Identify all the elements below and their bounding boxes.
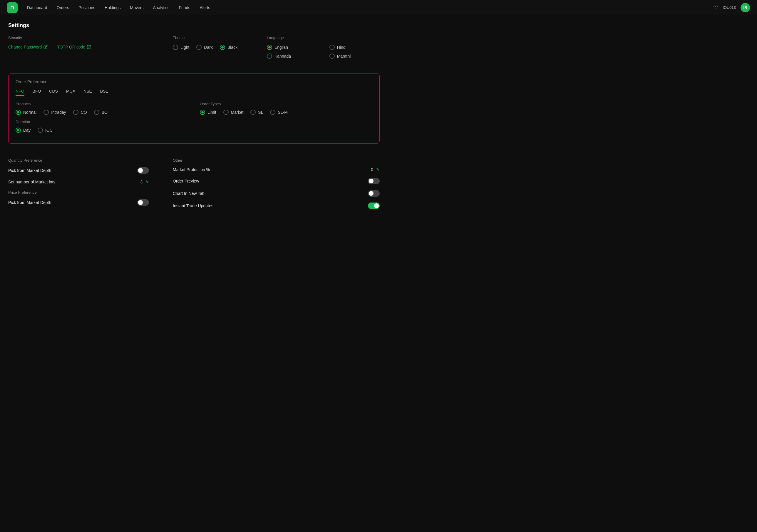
duration-radio-row: Day IOC	[15, 128, 188, 133]
svg-rect-1	[88, 46, 88, 47]
lang-option-english[interactable]: English	[267, 45, 320, 50]
duration-day[interactable]: Day	[15, 128, 31, 133]
product-radio-bo	[94, 110, 99, 115]
tab-nse[interactable]: NSE	[83, 89, 92, 96]
market-protection-edit-icon[interactable]: ✎	[376, 167, 380, 172]
top-section: Security Change Password TOTP QR code Th…	[8, 36, 380, 66]
ordertype-slm[interactable]: SL-M	[270, 110, 288, 115]
nav-divider	[706, 4, 706, 12]
order-tabs-row: NFO BFO CDS MCX NSE BSE	[15, 89, 372, 96]
price-pick-market-depth-value	[137, 199, 149, 206]
set-market-lots-value: 3 ✎	[140, 179, 149, 184]
tab-nfo[interactable]: NFO	[15, 89, 24, 96]
nav-movers[interactable]: Movers	[130, 5, 144, 10]
products-col: Products Normal Intraday CO	[15, 102, 188, 138]
nav-orders[interactable]: Orders	[57, 5, 69, 10]
chart-new-tab-value	[368, 190, 380, 197]
nav-user-id: IOU013	[723, 5, 736, 10]
theme-option-black[interactable]: Black	[220, 45, 237, 50]
pick-market-depth-value	[137, 167, 149, 174]
duration-radio-ioc	[38, 128, 43, 133]
nav-analytics[interactable]: Analytics	[153, 5, 169, 10]
page-title: Settings	[8, 22, 380, 28]
lang-option-kannada[interactable]: Kannada	[267, 53, 320, 59]
pick-market-depth-label: Pick from Market Depth	[8, 168, 51, 173]
market-protection-row: Market Protection % 0 ✎	[173, 167, 380, 172]
product-intraday[interactable]: Intraday	[44, 110, 66, 115]
svg-rect-3	[88, 47, 88, 48]
price-preference-section: Price Preference Pick from Market Depth	[8, 190, 149, 206]
product-normal[interactable]: Normal	[15, 110, 37, 115]
nav-positions[interactable]: Positions	[78, 5, 95, 10]
change-password-link[interactable]: Change Password	[8, 45, 47, 49]
pick-market-depth-toggle[interactable]	[137, 167, 149, 174]
tab-mcx[interactable]: MCX	[66, 89, 75, 96]
ordertype-radio-limit	[200, 110, 205, 115]
pick-from-market-depth-row: Pick from Market Depth	[8, 167, 149, 174]
order-preview-row: Order Preview	[173, 178, 380, 184]
language-label: Language	[267, 36, 380, 40]
product-bo[interactable]: BO	[94, 110, 107, 115]
tab-bfo[interactable]: BFO	[33, 89, 41, 96]
products-radio-row: Normal Intraday CO BO	[15, 110, 188, 115]
ordertype-market[interactable]: Market	[223, 110, 244, 115]
market-protection-number: 0	[371, 167, 373, 172]
other-col: Other Market Protection % 0 ✎ Order Prev…	[161, 158, 380, 215]
set-market-lots-edit-icon[interactable]: ✎	[145, 179, 149, 184]
svg-rect-0	[9, 4, 15, 11]
order-preview-value	[368, 178, 380, 184]
language-section: Language English Hindi Kannada Marathi	[255, 36, 380, 59]
price-pick-market-depth-label: Pick from Market Depth	[8, 200, 51, 205]
ordertype-sl[interactable]: SL	[250, 110, 263, 115]
lang-option-marathi[interactable]: Marathi	[329, 53, 380, 59]
nav-funds[interactable]: Funds	[179, 5, 191, 10]
theme-radio-group: Light Dark Black	[173, 45, 243, 50]
theme-option-light[interactable]: Light	[173, 45, 189, 50]
theme-radio-dark	[196, 45, 201, 50]
order-types-col: Order Types Limit Market SL	[188, 102, 372, 138]
security-links: Change Password TOTP QR code	[8, 45, 149, 49]
market-protection-label: Market Protection %	[173, 167, 210, 172]
lang-option-hindi[interactable]: Hindi	[329, 45, 380, 50]
quantity-price-col: Quantity Preference Pick from Market Dep…	[8, 158, 161, 215]
set-market-lots-label: Set number of Market lots	[8, 179, 55, 184]
nav-alerts[interactable]: Alerts	[199, 5, 210, 10]
navbar: Dashboard Orders Positions Holdings Move…	[0, 0, 757, 15]
instant-trade-updates-toggle[interactable]	[368, 203, 380, 209]
tab-cds[interactable]: CDS	[49, 89, 58, 96]
duration-label: Duration	[15, 120, 188, 124]
chart-new-tab-toggle[interactable]	[368, 190, 380, 197]
lang-radio-hindi	[329, 45, 335, 50]
lower-section: Quantity Preference Pick from Market Dep…	[8, 151, 380, 215]
product-radio-normal	[15, 110, 21, 115]
avatar[interactable]: IR	[741, 3, 750, 12]
ordertype-limit[interactable]: Limit	[200, 110, 216, 115]
totp-qr-link[interactable]: TOTP QR code	[57, 45, 91, 49]
product-co[interactable]: CO	[73, 110, 87, 115]
bell-icon[interactable]: ♡	[713, 4, 718, 11]
order-preference-title: Order Preference	[15, 79, 372, 84]
theme-option-dark[interactable]: Dark	[196, 45, 213, 50]
nav-links: Dashboard Orders Positions Holdings Move…	[27, 5, 704, 10]
product-radio-co	[73, 110, 78, 115]
theme-radio-black	[220, 45, 225, 50]
ordertype-radio-slm	[270, 110, 275, 115]
lang-radio-kannada	[267, 53, 272, 59]
language-grid: English Hindi Kannada Marathi	[267, 45, 380, 59]
duration-ioc[interactable]: IOC	[38, 128, 53, 133]
product-radio-intraday	[44, 110, 49, 115]
order-types-label: Order Types	[200, 102, 372, 106]
set-market-lots-row: Set number of Market lots 3 ✎	[8, 179, 149, 184]
logo[interactable]	[7, 2, 17, 13]
order-preview-toggle[interactable]	[368, 178, 380, 184]
tab-bse[interactable]: BSE	[100, 89, 108, 96]
instant-trade-updates-label: Instant Trade Updates	[173, 203, 213, 208]
nav-right: ♡ IOU013 IR	[704, 3, 750, 12]
lang-radio-marathi	[329, 53, 335, 59]
nav-holdings[interactable]: Holdings	[105, 5, 120, 10]
quantity-title: Quantity Preference	[8, 158, 149, 163]
price-pick-market-depth-toggle[interactable]	[137, 199, 149, 206]
chart-new-tab-label: Chart In New Tab	[173, 191, 204, 196]
theme-section: Theme Light Dark Black	[161, 36, 255, 59]
nav-dashboard[interactable]: Dashboard	[27, 5, 47, 10]
